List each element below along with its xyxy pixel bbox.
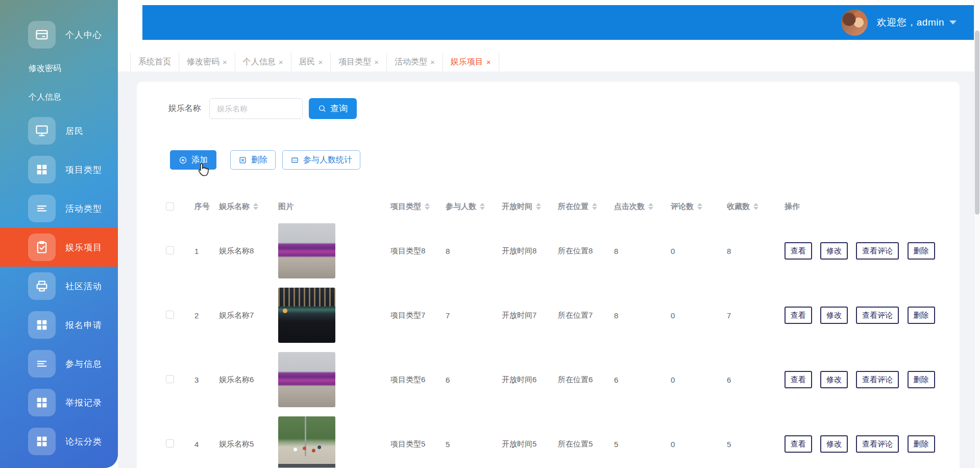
tab-activity-types[interactable]: 活动类型 × <box>387 53 443 72</box>
col-image: 图片 <box>278 202 390 212</box>
sidebar-item-forum-categories[interactable]: 论坛分类 <box>0 422 118 461</box>
close-icon[interactable]: × <box>223 58 227 66</box>
cell-comments: 0 <box>671 247 727 255</box>
sidebar-item-project-types[interactable]: 项目类型 <box>0 150 118 189</box>
tab-personal-info[interactable]: 个人信息 × <box>235 53 291 72</box>
cell-favorites: 7 <box>727 311 785 320</box>
view-button[interactable]: 查看 <box>785 435 812 453</box>
sort-icon[interactable] <box>425 203 430 210</box>
sidebar-item-participation-info[interactable]: 参与信息 <box>0 344 118 383</box>
search-icon <box>318 104 327 113</box>
cell-type: 项目类型8 <box>390 246 446 256</box>
col-location: 所在位置 <box>558 202 614 212</box>
plus-circle-icon <box>179 156 187 165</box>
select-all-checkbox[interactable] <box>166 202 174 210</box>
col-type: 项目类型 <box>390 202 446 212</box>
cell-comments: 0 <box>671 376 727 384</box>
view-comments-button[interactable]: 查看评论 <box>856 371 899 388</box>
row-checkbox[interactable] <box>166 375 174 383</box>
row-image <box>278 352 335 407</box>
sidebar-item-personal-center[interactable]: 个人中心 <box>0 15 118 54</box>
tab-entertainment-projects[interactable]: 娱乐项目 × <box>443 53 499 72</box>
sidebar-item-community-activities[interactable]: 社区活动 <box>0 267 118 306</box>
grid-icon <box>28 311 56 339</box>
edit-button[interactable]: 修改 <box>820 371 848 388</box>
row-checkbox[interactable] <box>166 311 174 319</box>
sort-icon[interactable] <box>480 203 485 210</box>
cell-participants: 5 <box>446 440 502 449</box>
participant-stats-button[interactable]: 参与人数统计 <box>282 150 360 170</box>
cell-seq: 4 <box>194 440 219 449</box>
edit-button[interactable]: 修改 <box>820 307 848 324</box>
scrollbar-thumb[interactable] <box>975 31 979 215</box>
view-button[interactable]: 查看 <box>785 242 812 260</box>
close-icon[interactable]: × <box>374 58 379 66</box>
sort-icon[interactable] <box>648 203 653 210</box>
delete-button[interactable]: 删除 <box>230 150 276 170</box>
table-row: 2 娱乐名称7 项目类型7 7 开放时间7 所在位置7 8 0 7 查看 修改 … <box>166 283 960 347</box>
table-header: 序号 娱乐名称 图片 项目类型 参与人数 开放时间 所在位置 点击次数 评论数 … <box>166 194 960 219</box>
sort-icon[interactable] <box>697 203 702 210</box>
add-button[interactable]: 添加 <box>170 150 216 170</box>
cell-participants: 7 <box>446 311 502 320</box>
sidebar-item-activity-types[interactable]: 活动类型 <box>0 189 118 228</box>
sidebar-item-change-password[interactable]: 修改密码 <box>0 54 118 83</box>
close-icon[interactable]: × <box>279 58 283 66</box>
cell-type: 项目类型6 <box>390 375 446 385</box>
tab-project-types[interactable]: 项目类型 × <box>331 53 387 72</box>
view-comments-button[interactable]: 查看评论 <box>856 435 899 453</box>
list-icon <box>28 195 56 222</box>
close-icon[interactable]: × <box>318 58 323 66</box>
grid-icon <box>28 389 56 416</box>
chevron-down-icon[interactable] <box>949 20 957 25</box>
edit-button[interactable]: 修改 <box>820 242 848 260</box>
sidebar-item-signup-applications[interactable]: 报名申请 <box>0 306 118 344</box>
sidebar-item-residents[interactable]: 居民 <box>0 111 118 150</box>
monitor-icon <box>28 117 56 145</box>
row-checkbox[interactable] <box>166 439 174 448</box>
close-icon[interactable]: × <box>486 58 491 66</box>
view-comments-button[interactable]: 查看评论 <box>856 307 899 324</box>
sidebar-item-personal-info[interactable]: 个人信息 <box>0 83 118 111</box>
content-card: 娱乐名称 查询 添加 删除 <box>137 82 960 468</box>
delete-row-button[interactable]: 删除 <box>908 307 935 324</box>
search-input[interactable] <box>209 98 303 119</box>
scrollbar-track[interactable] <box>974 0 980 468</box>
view-button[interactable]: 查看 <box>785 307 812 324</box>
delete-row-button[interactable]: 删除 <box>908 435 935 453</box>
sort-icon[interactable] <box>592 203 597 210</box>
tab-residents[interactable]: 居民 × <box>291 53 331 72</box>
sort-icon[interactable] <box>253 203 258 210</box>
row-checkbox[interactable] <box>166 246 174 254</box>
sort-icon[interactable] <box>753 203 758 210</box>
delete-row-button[interactable]: 删除 <box>908 371 935 388</box>
card-icon <box>28 21 56 49</box>
box-x-icon <box>238 156 247 165</box>
cell-favorites: 5 <box>727 440 785 449</box>
cell-type: 项目类型5 <box>390 439 446 449</box>
content-zone: 娱乐名称 查询 添加 删除 <box>118 72 974 468</box>
sidebar-item-entertainment-projects[interactable]: 娱乐项目 <box>0 228 118 267</box>
user-menu[interactable]: 欢迎您，admin <box>841 9 957 36</box>
sidebar-item-report-records[interactable]: 举报记录 <box>0 383 118 422</box>
cell-location: 所在位置5 <box>558 439 614 449</box>
edit-button[interactable]: 修改 <box>820 435 848 453</box>
cell-seq: 1 <box>194 247 219 255</box>
tab-change-password[interactable]: 修改密码 × <box>179 53 235 72</box>
col-comments: 评论数 <box>671 202 727 212</box>
query-button[interactable]: 查询 <box>309 98 357 119</box>
view-button[interactable]: 查看 <box>785 371 812 388</box>
cell-comments: 0 <box>671 440 727 449</box>
tab-home[interactable]: 系统首页 <box>130 53 179 72</box>
close-icon[interactable]: × <box>430 58 435 66</box>
printer-icon <box>28 272 56 300</box>
view-comments-button[interactable]: 查看评论 <box>856 242 899 260</box>
cell-comments: 0 <box>671 311 727 320</box>
col-open-time: 开放时间 <box>502 202 558 212</box>
cell-name: 娱乐名称5 <box>219 439 278 449</box>
cell-name: 娱乐名称8 <box>219 246 278 256</box>
avatar[interactable] <box>841 9 868 36</box>
col-name: 娱乐名称 <box>219 202 278 212</box>
delete-row-button[interactable]: 删除 <box>908 242 935 260</box>
sort-icon[interactable] <box>536 203 541 210</box>
